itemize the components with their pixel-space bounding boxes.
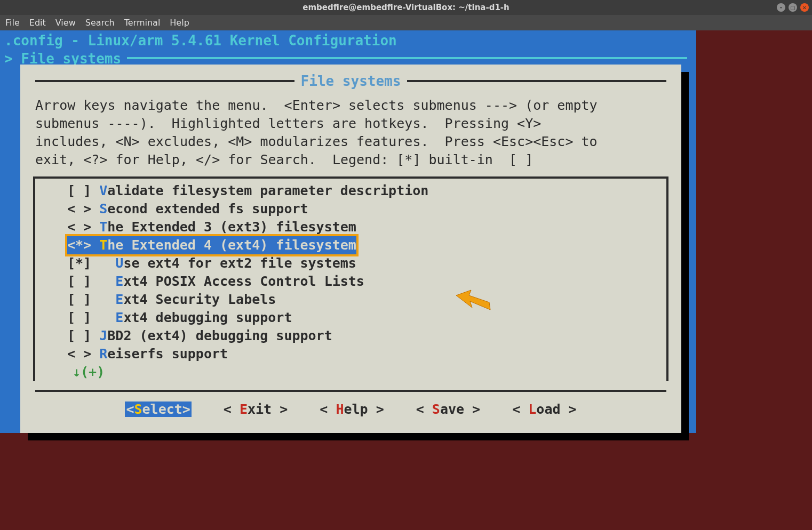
minimize-button[interactable]: – — [777, 3, 785, 12]
terminal-area: .config - Linux/arm 5.4.61 Kernel Config… — [0, 30, 812, 530]
rule-left — [35, 80, 294, 82]
button-save[interactable]: < Save > — [416, 401, 480, 417]
option-item-3[interactable]: <*> The Extended 4 (ext4) filesystem — [67, 236, 356, 254]
menu-search[interactable]: Search — [85, 18, 115, 28]
button-help[interactable]: < Help > — [320, 401, 384, 417]
maximize-button[interactable]: ▢ — [789, 3, 797, 12]
dialog-box: File systems Arrow keys navigate the men… — [20, 65, 681, 433]
more-indicator: ↓(+) — [35, 363, 668, 381]
list-right-border — [666, 179, 668, 381]
button-row: <Select>< Exit >< Help >< Save >< Load > — [35, 401, 666, 417]
menubar: File Edit View Search Terminal Help — [0, 15, 812, 30]
option-item-2[interactable]: < > The Extended 3 (ext3) filesystem — [35, 218, 668, 236]
menu-terminal[interactable]: Terminal — [124, 18, 161, 28]
option-item-6[interactable]: [ ] Ext4 Security Labels — [35, 291, 668, 309]
window-title: embedfire@embedfire-VirtualBox: ~/tina-d… — [0, 3, 812, 12]
option-item-9[interactable]: < > Reiserfs support — [35, 345, 668, 363]
option-item-4[interactable]: [*] Use ext4 for ext2 file systems — [35, 254, 668, 272]
close-button[interactable]: ✕ — [800, 3, 809, 12]
menuconfig-window: .config - Linux/arm 5.4.61 Kernel Config… — [0, 30, 696, 433]
option-item-0[interactable]: [ ] Validate filesystem parameter descri… — [35, 182, 668, 200]
window-controls: – ▢ ✕ — [777, 3, 809, 12]
menu-file[interactable]: File — [5, 18, 20, 28]
option-item-5[interactable]: [ ] Ext4 POSIX Access Control Lists — [35, 272, 668, 291]
dialog-title-row: File systems — [35, 73, 666, 89]
menu-edit[interactable]: Edit — [29, 18, 46, 28]
option-item-1[interactable]: < > Second extended fs support — [35, 200, 668, 218]
dialog-title: File systems — [294, 73, 408, 89]
config-header: .config - Linux/arm 5.4.61 Kernel Config… — [4, 31, 692, 50]
button-select[interactable]: <Select> — [125, 401, 191, 417]
menu-view[interactable]: View — [55, 18, 76, 28]
menu-help[interactable]: Help — [170, 18, 189, 28]
options-list[interactable]: [ ] Validate filesystem parameter descri… — [33, 176, 668, 381]
rule-right — [407, 80, 666, 82]
header-rule — [127, 57, 687, 59]
option-item-8[interactable]: [ ] JBD2 (ext4) debugging support — [35, 327, 668, 345]
button-exit[interactable]: < Exit > — [224, 401, 288, 417]
window-titlebar: embedfire@embedfire-VirtualBox: ~/tina-d… — [0, 0, 812, 15]
button-load[interactable]: < Load > — [512, 401, 576, 417]
help-text: Arrow keys navigate the menu. <Enter> se… — [35, 97, 666, 169]
separator — [35, 390, 666, 392]
option-item-7[interactable]: [ ] Ext4 debugging support — [35, 309, 668, 327]
